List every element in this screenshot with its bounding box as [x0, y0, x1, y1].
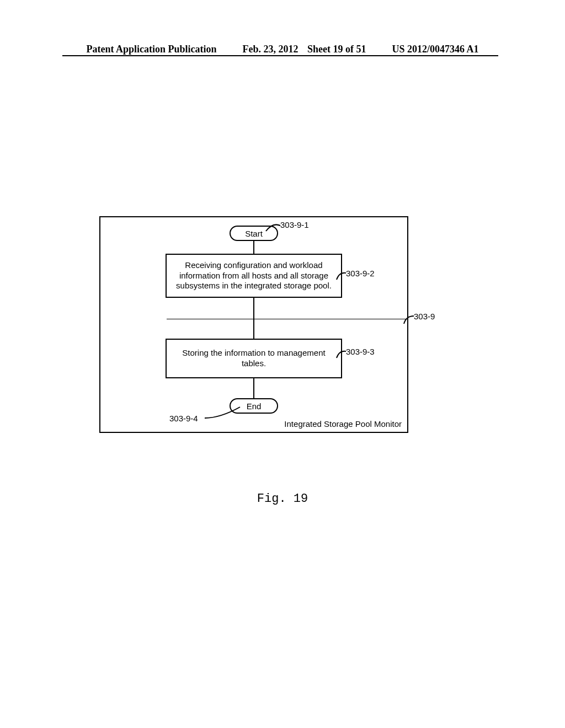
- callout-start: 303-9-1: [280, 220, 341, 229]
- flow-step-2-text: Storing the information to management ta…: [172, 348, 335, 369]
- page-header: Patent Application Publication Feb. 23, …: [0, 44, 565, 55]
- callout-panel-text: 303-9: [414, 312, 435, 321]
- header-pub-type: Patent Application Publication: [83, 44, 220, 55]
- flowchart-title: Integrated Storage Pool Monitor: [284, 419, 402, 429]
- flow-terminal-start-label: Start: [245, 229, 263, 238]
- callout-step1: 303-9-2: [346, 269, 401, 278]
- callout-step2: 303-9-3: [346, 347, 401, 356]
- flow-terminal-end-label: End: [247, 402, 262, 411]
- flow-panel-divider: [167, 319, 407, 319]
- callout-step2-text: 303-9-3: [346, 347, 375, 356]
- callout-start-text: 303-9-1: [280, 220, 309, 229]
- flow-connector: [253, 241, 254, 254]
- header-pub-no: US 2012/0047346 A1: [389, 44, 482, 55]
- header-date: Feb. 23, 2012: [239, 44, 302, 55]
- callout-end-text: 303-9-4: [169, 414, 198, 423]
- callout-end: 303-9-4: [169, 414, 225, 423]
- flow-step-2: Storing the information to management ta…: [166, 339, 342, 378]
- flow-connector: [253, 298, 254, 339]
- header-sheet: Sheet 19 of 51: [304, 44, 370, 55]
- callout-panel: 303-9: [414, 312, 458, 321]
- flow-step-1-text: Receiving configuration and workload inf…: [172, 260, 335, 291]
- callout-step1-text: 303-9-2: [346, 269, 375, 278]
- figure-caption: Fig. 19: [0, 492, 565, 506]
- flow-connector: [253, 378, 254, 398]
- page: Patent Application Publication Feb. 23, …: [0, 0, 565, 728]
- header-rule: [62, 55, 498, 56]
- flow-step-1: Receiving configuration and workload inf…: [166, 254, 342, 298]
- flowchart-panel: Start End Receiving configuration and wo…: [99, 216, 408, 433]
